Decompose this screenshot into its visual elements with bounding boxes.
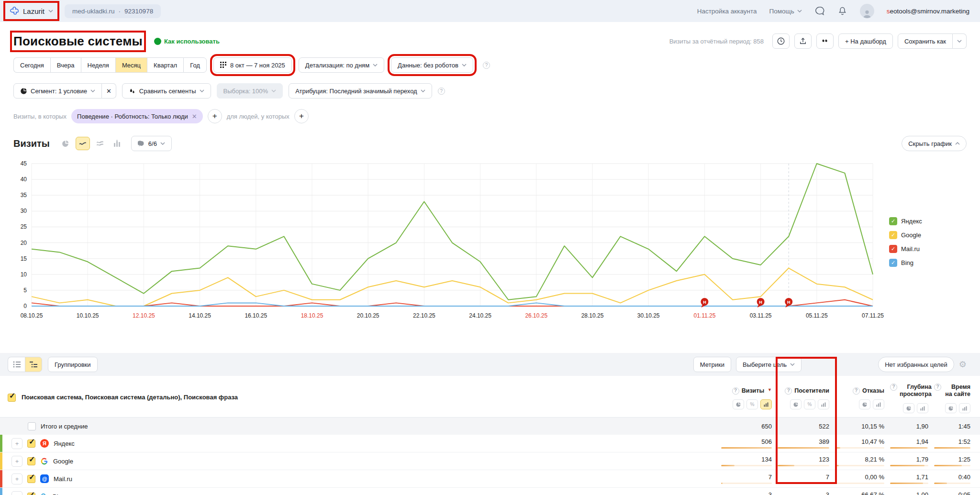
depth-bars-toggle[interactable] xyxy=(917,403,928,413)
legend-item-yandex[interactable]: ✓ Яндекс xyxy=(889,217,968,225)
help-menu[interactable]: Помощь xyxy=(769,8,802,15)
svg-text:03.11.25: 03.11.25 xyxy=(750,312,772,319)
export-button[interactable] xyxy=(794,33,812,49)
preset-year[interactable]: Год xyxy=(183,57,207,73)
expand-row-button[interactable]: + xyxy=(11,491,22,495)
preset-week[interactable]: Неделя xyxy=(81,57,115,73)
time-bars-toggle[interactable] xyxy=(959,403,970,413)
close-icon[interactable]: ✕ xyxy=(192,113,197,120)
groupings-button[interactable]: Группировки xyxy=(48,357,98,372)
preset-yesterday[interactable]: Вчера xyxy=(50,57,81,73)
compare-segments-button[interactable]: Сравнить сегменты xyxy=(122,83,211,99)
save-as-button[interactable]: Сохранить как xyxy=(898,33,953,49)
detail-dropdown[interactable]: Детализация: по дням xyxy=(299,57,384,73)
visits-percent-toggle[interactable]: % xyxy=(746,399,758,409)
legend-item-bing[interactable]: ✓ Bing xyxy=(889,259,968,267)
totals-checkbox[interactable] xyxy=(28,422,36,430)
legend-item-google[interactable]: ✓ Google xyxy=(889,231,968,239)
attribution-dropdown[interactable]: Атрибуция: Последний значимый переход xyxy=(289,83,432,99)
data-mode-dropdown[interactable]: Данные: без роботов xyxy=(391,57,473,73)
help-icon[interactable]: ? xyxy=(483,62,490,69)
svg-text:10.10.25: 10.10.25 xyxy=(77,312,99,319)
annotations-button[interactable] xyxy=(816,33,834,49)
filter-chip-robots[interactable]: Поведение · Роботность: Только люди ✕ xyxy=(71,109,203,123)
chevron-down-icon xyxy=(462,64,467,66)
preset-today[interactable]: Сегодня xyxy=(13,57,50,73)
row-label[interactable]: Bing xyxy=(53,493,65,495)
chart-type-area-button[interactable] xyxy=(93,137,107,150)
gear-icon[interactable]: ⚙ xyxy=(959,359,967,370)
add-visit-condition-button[interactable]: + xyxy=(208,109,222,123)
counter-name: Lazurit xyxy=(23,7,45,15)
how-to-use-link[interactable]: i Как использовать xyxy=(154,38,220,45)
person-icon xyxy=(862,9,872,18)
svg-text:20.10.25: 20.10.25 xyxy=(357,312,379,319)
row-label[interactable]: Google xyxy=(53,458,73,465)
svg-text:07.11.25: 07.11.25 xyxy=(862,312,884,319)
select-all-checkbox[interactable] xyxy=(8,394,16,402)
column-time[interactable]: ?Время на сайте xyxy=(934,382,976,413)
flat-list-view-button[interactable] xyxy=(8,357,25,372)
history-button[interactable] xyxy=(772,33,790,49)
visitors-percent-toggle[interactable]: % xyxy=(804,399,815,409)
preset-quarter[interactable]: Квартал xyxy=(147,57,183,73)
column-bounces[interactable]: ?Отказы xyxy=(835,385,890,409)
row-label[interactable]: Mail.ru xyxy=(54,475,72,483)
row-checkbox[interactable] xyxy=(27,475,35,483)
expand-row-button[interactable]: + xyxy=(11,438,22,449)
column-depth[interactable]: ?Глубина просмотра xyxy=(890,382,934,413)
visits-bars-toggle[interactable] xyxy=(760,399,772,409)
row-checkbox[interactable] xyxy=(27,440,35,448)
chart-type-line-button[interactable] xyxy=(76,137,90,150)
help-icon[interactable]: ? xyxy=(438,88,445,95)
avatar[interactable] xyxy=(860,4,874,18)
row-checkbox[interactable] xyxy=(27,457,35,465)
choose-goal-dropdown[interactable]: Выберите цель xyxy=(736,357,802,372)
notifications-button[interactable] xyxy=(837,6,847,16)
no-goals-button[interactable]: Нет избранных целей xyxy=(878,357,954,372)
svg-text:08.10.25: 08.10.25 xyxy=(21,312,43,319)
quote-marks-icon xyxy=(821,37,829,45)
preset-month[interactable]: Месяц xyxy=(115,57,147,73)
checked-checkbox-icon: ✓ xyxy=(889,217,897,225)
bars-icon xyxy=(920,406,925,411)
expand-row-button[interactable]: + xyxy=(11,473,22,484)
save-as-dropdown[interactable] xyxy=(953,33,967,49)
user-email[interactable]: seotools@smirnov.marketing xyxy=(887,8,969,15)
chart-type-pie-button[interactable] xyxy=(58,137,73,150)
time-pie-toggle[interactable] xyxy=(945,403,957,413)
column-visits[interactable]: ?Визиты▼ % xyxy=(721,385,778,409)
svg-text:12.10.25: 12.10.25 xyxy=(133,312,155,319)
metrics-button[interactable]: Метрики xyxy=(693,357,731,372)
account-settings-link[interactable]: Настройка аккаунта xyxy=(697,8,757,15)
segment-clear-button[interactable]: ✕ xyxy=(102,83,116,99)
chart-type-columns-button[interactable] xyxy=(110,137,124,150)
hide-chart-button[interactable]: Скрыть график xyxy=(902,136,967,151)
chevron-up-icon xyxy=(955,142,960,145)
depth-pie-toggle[interactable] xyxy=(903,403,914,413)
row-checkbox[interactable] xyxy=(27,493,35,495)
bounces-pie-toggle[interactable] xyxy=(859,399,870,409)
period-presets: Сегодня Вчера Неделя Месяц Квартал Год xyxy=(13,57,207,73)
segment-button[interactable]: Сегмент: 1 условие xyxy=(13,83,102,99)
row-label[interactable]: Яндекс xyxy=(54,440,75,447)
drops-icon xyxy=(129,88,136,95)
tree-view-button[interactable] xyxy=(25,357,42,372)
counter-selector[interactable]: Lazurit xyxy=(7,4,56,18)
expand-row-button[interactable]: + xyxy=(11,456,22,467)
svg-text:20: 20 xyxy=(21,240,27,246)
chart-annotations-button[interactable]: 6/6 xyxy=(131,136,172,151)
bounces-bars-toggle[interactable] xyxy=(873,399,884,409)
legend-item-mailru[interactable]: ✓ Mail.ru xyxy=(889,245,968,253)
visitors-pie-toggle[interactable] xyxy=(790,399,802,409)
add-people-condition-button[interactable]: + xyxy=(294,109,309,123)
date-range-button[interactable]: 8 окт — 7 ноя 2025 xyxy=(213,57,292,73)
column-visitors[interactable]: ?Посетители % xyxy=(778,385,835,409)
sampling-dropdown[interactable]: Выборка: 100% xyxy=(217,83,283,99)
visits-pie-toggle[interactable] xyxy=(733,399,744,409)
feedback-button[interactable] xyxy=(814,6,825,16)
pie-icon xyxy=(20,88,27,95)
visitors-bars-toggle[interactable] xyxy=(818,399,829,409)
site-pill[interactable]: med-ukladki.ru · 92310978 xyxy=(65,4,161,18)
add-to-dashboard-button[interactable]: + На дашборд xyxy=(838,33,893,49)
